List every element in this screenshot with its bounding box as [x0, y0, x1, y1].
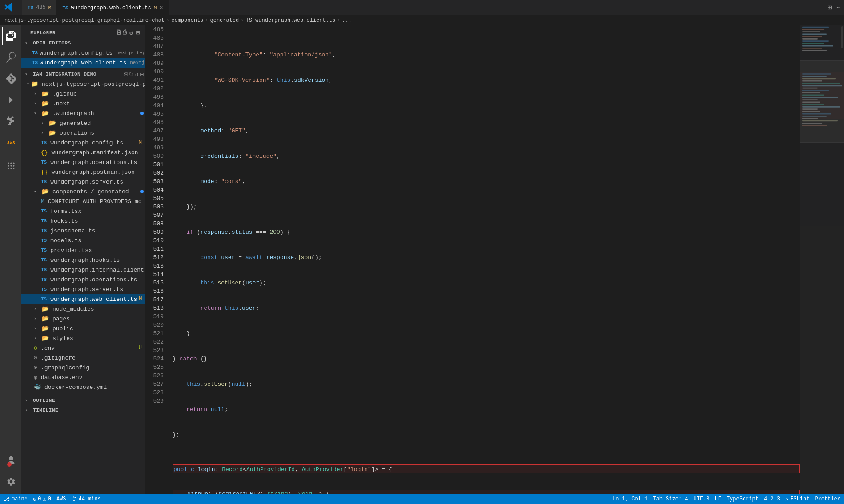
status-time[interactable]: ⏱ 44 mins	[72, 496, 101, 503]
collapse-all-icon[interactable]: ⊟	[136, 29, 140, 36]
folder-wundergraph-name: .wundergraph	[52, 110, 94, 117]
line-num-487: 487	[146, 42, 164, 51]
status-version[interactable]: 4.2.3	[764, 496, 780, 502]
status-prettier[interactable]: Prettier	[815, 496, 840, 502]
line-num-502: 502	[146, 169, 164, 177]
code-line-494: this.setUser(user);	[173, 279, 800, 287]
activity-extra[interactable]	[2, 157, 20, 175]
new-file-icon[interactable]: ⎘	[117, 29, 121, 36]
file-config-modified: M	[139, 140, 142, 146]
file-wundergraph-ops[interactable]: TS wundergraph.operations.ts	[21, 275, 145, 284]
timeline-label: TIMELINE	[33, 408, 58, 413]
minimap-scrollbar[interactable]	[841, 26, 843, 48]
workspace-header[interactable]: ▾ IAM INTEGRATION DEMO ⎘ ⎙ ↺ ⊟	[21, 69, 145, 79]
folder-next[interactable]: › 📂 .next	[21, 99, 145, 108]
activity-explorer[interactable]	[2, 27, 20, 45]
line-num-494: 494	[146, 101, 164, 110]
code-lines[interactable]: "Content-Type": "application/json", "WG-…	[168, 25, 800, 494]
activity-extensions[interactable]	[2, 112, 20, 130]
status-encoding[interactable]: UTF-8	[693, 496, 709, 502]
file-graphqlconfig[interactable]: ⊙ .graphqlconfig	[21, 363, 145, 372]
svg-point-5	[13, 165, 14, 166]
more-tabs-icon[interactable]: ⋯	[835, 3, 840, 12]
folder-github[interactable]: › 📂 .github	[21, 89, 145, 99]
open-editor-webclient[interactable]: TS wundergraph.web.client.ts nextjs-type…	[21, 58, 145, 68]
file-docker-compose[interactable]: 🐳 docker-compose.yml	[21, 382, 145, 392]
workspace-collapse-icon[interactable]: ⊟	[140, 71, 144, 78]
tab-close-button[interactable]: ×	[159, 4, 163, 12]
file-env[interactable]: ⚙ .env U	[21, 343, 145, 353]
code-line-496: }	[173, 329, 800, 338]
file-gitignore[interactable]: ⊘ .gitignore	[21, 353, 145, 363]
app-logo-area	[0, 2, 22, 13]
file-wundergraph-operations[interactable]: TS wundergraph.operations.ts	[21, 157, 145, 167]
svg-point-8	[13, 168, 14, 169]
file-provider[interactable]: TS provider.tsx	[21, 245, 145, 255]
activity-run[interactable]	[2, 91, 20, 109]
eslint-text: ESLint	[790, 496, 809, 502]
file-forms[interactable]: TS forms.tsx	[21, 206, 145, 216]
folder-wundergraph-icon: 📂	[42, 110, 49, 117]
split-editor-icon[interactable]: ⊞	[828, 3, 832, 12]
activity-settings[interactable]	[2, 473, 20, 491]
file-wundergraph-config[interactable]: TS wundergraph.config.ts M	[21, 138, 145, 148]
workspace-new-file-icon[interactable]: ⎘	[124, 71, 127, 78]
docker-icon: 🐳	[34, 384, 41, 391]
svg-rect-15	[802, 40, 829, 42]
folder-generated[interactable]: › 📂 generated	[21, 118, 145, 128]
status-branch[interactable]: ⎇ main*	[4, 496, 28, 503]
file-database-env[interactable]: ◉ database.env	[21, 372, 145, 382]
status-sync[interactable]: ↻ 0 ⚠ 0	[33, 496, 51, 503]
ts-icon-wg-internal: TS	[41, 267, 47, 272]
folder-public[interactable]: › 📂 public	[21, 324, 145, 333]
file-wundergraph-webclient[interactable]: TS wundergraph.web.client.ts M	[21, 294, 145, 304]
code-editor[interactable]: 485 486 487 488 489 490 491 492 493 494 …	[146, 25, 800, 494]
status-position[interactable]: Ln 1, Col 1	[612, 496, 647, 502]
file-wundergraph-manifest[interactable]: {} wundergraph.manifest.json	[21, 148, 145, 157]
folder-node-modules[interactable]: › 📂 node_modules	[21, 304, 145, 314]
file-forms-name: forms.tsx	[50, 208, 81, 215]
file-wundergraph-srv[interactable]: TS wundergraph.server.ts	[21, 284, 145, 294]
file-hooks[interactable]: TS hooks.ts	[21, 216, 145, 226]
activity-search[interactable]	[2, 48, 20, 66]
workspace-refresh-icon[interactable]: ↺	[134, 71, 138, 78]
status-aws[interactable]: AWS	[56, 496, 66, 502]
activity-account[interactable]	[2, 452, 20, 469]
workspace-new-folder-icon[interactable]: ⎙	[129, 71, 133, 78]
new-folder-icon[interactable]: ⎙	[123, 29, 127, 36]
file-wundergraph-postman[interactable]: {} wundergraph.postman.json	[21, 167, 145, 177]
activity-aws[interactable]: aws	[2, 134, 20, 152]
minimap-content	[800, 25, 844, 494]
timeline-header[interactable]: › TIMELINE	[21, 405, 145, 415]
folder-pages[interactable]: › 📂 pages	[21, 314, 145, 324]
line-num-515: 515	[146, 279, 164, 287]
folder-components-generated[interactable]: ▾ 📂 components / generated	[21, 187, 145, 196]
file-wundergraph-hooks[interactable]: TS wundergraph.hooks.ts	[21, 255, 145, 265]
file-wg-ops-name: wundergraph.operations.ts	[50, 276, 137, 283]
file-configure-auth[interactable]: M CONFIGURE_AUTH_PROVIDERS.md	[21, 196, 145, 206]
line-num-493: 493	[146, 93, 164, 101]
status-line-ending[interactable]: LF	[715, 496, 721, 502]
file-wg-srv-name: wundergraph.server.ts	[50, 286, 123, 293]
activity-source-control[interactable]	[2, 70, 20, 88]
folder-styles[interactable]: › 📂 styles	[21, 333, 145, 343]
file-models[interactable]: TS models.ts	[21, 236, 145, 245]
folder-operations[interactable]: › 📂 operations	[21, 128, 145, 138]
status-tab-size[interactable]: Tab Size: 4	[653, 496, 688, 502]
file-wundergraph-server[interactable]: TS wundergraph.server.ts	[21, 177, 145, 187]
main-area: aws EXPLORER	[0, 25, 844, 494]
file-wundergraph-internal[interactable]: TS wundergraph.internal.client.ts	[21, 265, 145, 275]
file-gitignore-name: .gitignore	[41, 355, 76, 361]
folder-project[interactable]: ▾ 📁 nextjs-typescript-postgresql-graphql…	[21, 79, 145, 89]
refresh-icon[interactable]: ↺	[129, 29, 133, 36]
tab-wundergraph-config[interactable]: TS 485 M	[22, 0, 57, 15]
file-jsonschema[interactable]: TS jsonschema.ts	[21, 226, 145, 236]
folder-wundergraph[interactable]: ▾ 📂 .wundergraph	[21, 108, 145, 118]
status-language[interactable]: TypeScript	[727, 496, 759, 502]
open-editors-header[interactable]: ▾ OPEN EDITORS	[21, 38, 145, 48]
open-editor-config[interactable]: TS wundergraph.config.ts nextjs-typescr.…	[21, 48, 145, 58]
outline-header[interactable]: › OUTLINE	[21, 396, 145, 405]
status-eslint[interactable]: ⚡ ESLint	[785, 496, 809, 503]
tab-wundergraph-web-client[interactable]: TS wundergraph.web.client.ts M ×	[57, 0, 169, 15]
ts-icon-server: TS	[41, 179, 47, 184]
